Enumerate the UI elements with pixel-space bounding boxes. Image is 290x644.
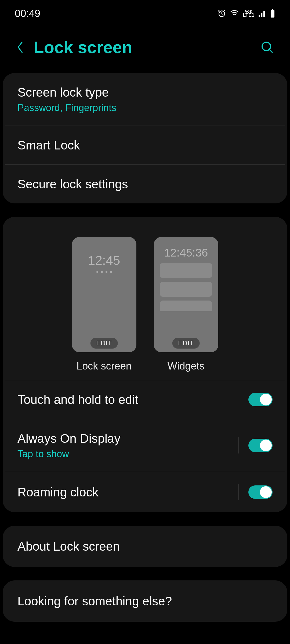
signal-icon bbox=[258, 9, 266, 17]
widgets-preview[interactable]: 12:45:36 EDIT Widgets bbox=[154, 237, 218, 372]
about-row[interactable]: About Lock screen bbox=[3, 526, 287, 567]
svg-rect-4 bbox=[271, 10, 274, 17]
looking-for-row[interactable]: Looking for something else? bbox=[3, 580, 287, 622]
aod-sub: Tap to show bbox=[17, 448, 233, 460]
screen-lock-type-row[interactable]: Screen lock type Password, Fingerprints bbox=[3, 73, 287, 126]
svg-rect-5 bbox=[272, 9, 273, 10]
aod-label: Always On Display bbox=[17, 431, 233, 446]
touch-hold-row[interactable]: Touch and hold to edit bbox=[5, 380, 285, 419]
divider bbox=[238, 437, 239, 453]
svg-rect-2 bbox=[261, 13, 262, 17]
screen-lock-type-sub: Password, Fingerprints bbox=[17, 102, 273, 114]
svg-rect-1 bbox=[259, 15, 260, 17]
lockscreen-edit-button[interactable]: EDIT bbox=[90, 338, 118, 349]
aod-row[interactable]: Always On Display Tap to show bbox=[5, 419, 285, 472]
page-title: Lock screen bbox=[34, 38, 251, 57]
looking-for-label: Looking for something else? bbox=[17, 594, 273, 608]
lockscreen-caption: Lock screen bbox=[77, 360, 132, 372]
widgets-edit-button[interactable]: EDIT bbox=[172, 338, 200, 349]
widgets-caption: Widgets bbox=[168, 360, 204, 372]
battery-icon bbox=[270, 9, 275, 18]
preview-row: 12:45 EDIT Lock screen 12:45:36 EDIT Wid… bbox=[3, 217, 287, 380]
aod-toggle[interactable] bbox=[248, 439, 273, 452]
roaming-toggle[interactable] bbox=[248, 485, 273, 499]
touch-hold-label: Touch and hold to edit bbox=[17, 392, 248, 407]
roaming-label: Roaming clock bbox=[17, 485, 233, 499]
widget-placeholder-icon bbox=[160, 282, 212, 297]
lockscreen-thumbnail: 12:45 EDIT bbox=[72, 237, 136, 352]
alarm-icon bbox=[218, 9, 226, 18]
preview-group: 12:45 EDIT Lock screen 12:45:36 EDIT Wid… bbox=[3, 217, 287, 512]
svg-rect-3 bbox=[263, 11, 265, 17]
back-button[interactable] bbox=[15, 42, 26, 53]
divider bbox=[238, 484, 239, 500]
screen-lock-type-label: Screen lock type bbox=[17, 85, 273, 100]
app-header: Lock screen bbox=[0, 27, 290, 73]
wifi-icon bbox=[230, 9, 239, 18]
status-bar: 00:49 Vo)) LTE1 bbox=[0, 0, 290, 27]
roaming-row[interactable]: Roaming clock bbox=[5, 472, 285, 512]
status-icons: Vo)) LTE1 bbox=[218, 9, 275, 18]
widget-placeholder-icon bbox=[160, 263, 212, 278]
widgets-clock: 12:45:36 bbox=[164, 246, 208, 259]
smart-lock-label: Smart Lock bbox=[17, 138, 273, 152]
lockscreen-preview[interactable]: 12:45 EDIT Lock screen bbox=[72, 237, 136, 372]
widget-placeholder-icon bbox=[160, 301, 212, 311]
lock-settings-group: Screen lock type Password, Fingerprints … bbox=[3, 73, 287, 203]
touch-hold-toggle[interactable] bbox=[248, 393, 273, 406]
search-button[interactable] bbox=[259, 39, 275, 55]
smart-lock-row[interactable]: Smart Lock bbox=[5, 126, 285, 164]
network-type: Vo)) LTE1 bbox=[243, 10, 254, 17]
lockscreen-clock: 12:45 bbox=[88, 253, 120, 268]
page-dots-icon bbox=[96, 271, 112, 273]
status-time: 00:49 bbox=[15, 8, 40, 19]
about-label: About Lock screen bbox=[17, 539, 273, 554]
secure-lock-label: Secure lock settings bbox=[17, 177, 273, 191]
widgets-thumbnail: 12:45:36 EDIT bbox=[154, 237, 218, 352]
secure-lock-row[interactable]: Secure lock settings bbox=[5, 164, 285, 203]
